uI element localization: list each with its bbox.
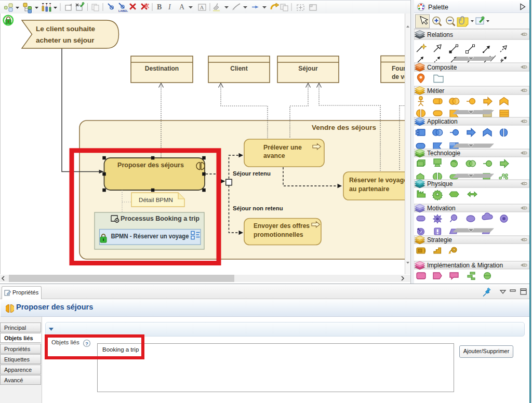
svg-text:Implémentation & Migration: Implémentation & Migration — [427, 262, 503, 269]
svg-text:avance: avance — [263, 152, 285, 159]
svg-text:LABEL: LABEL — [118, 9, 128, 12]
svg-text:au partenaire: au partenaire — [349, 185, 389, 193]
svg-text:Envoyer des offres: Envoyer des offres — [254, 222, 310, 230]
svg-text:Palette: Palette — [428, 4, 448, 11]
svg-text:Détail BPMN: Détail BPMN — [139, 197, 173, 203]
svg-text:Prélever une: Prélever une — [263, 144, 302, 151]
svg-text:BPMN - Réserver un voyage: BPMN - Réserver un voyage — [111, 233, 189, 240]
svg-text:Vendre des séjours: Vendre des séjours — [312, 124, 376, 131]
svg-text:Métier: Métier — [427, 87, 444, 95]
svg-text:de voyages: de voyages — [392, 73, 405, 80]
svg-text:Technologie: Technologie — [427, 150, 460, 157]
svg-text:Séjour non retenu: Séjour non retenu — [233, 205, 283, 211]
svg-text:Relations: Relations — [427, 31, 453, 38]
svg-text:Réserver le voyage: Réserver le voyage — [349, 177, 405, 184]
svg-text:Séjour: Séjour — [298, 65, 318, 72]
svg-text:I: I — [168, 3, 171, 11]
svg-text:Composite: Composite — [427, 64, 457, 71]
svg-text:Application: Application — [427, 118, 458, 125]
svg-text:Proposer des séjours: Proposer des séjours — [117, 162, 184, 169]
svg-text:promotionnelles: promotionnelles — [254, 231, 303, 238]
svg-text:B: B — [157, 3, 162, 11]
svg-text:A: A — [200, 4, 204, 10]
svg-text:Motivation: Motivation — [427, 205, 456, 212]
svg-text:Fournisseur: Fournisseur — [392, 65, 405, 72]
svg-text:Le client souhaite: Le client souhaite — [36, 25, 96, 33]
svg-text:Client: Client — [230, 65, 247, 72]
svg-text:A: A — [179, 3, 185, 11]
svg-text:Physique: Physique — [427, 180, 453, 187]
svg-text:Processus Booking a trip: Processus Booking a trip — [121, 215, 200, 222]
svg-text:Strategie: Strategie — [427, 236, 452, 244]
svg-text:Destination: Destination — [145, 65, 179, 72]
svg-text:acheter un séjour: acheter un séjour — [36, 36, 95, 44]
svg-text:Séjour retenu: Séjour retenu — [233, 170, 271, 177]
